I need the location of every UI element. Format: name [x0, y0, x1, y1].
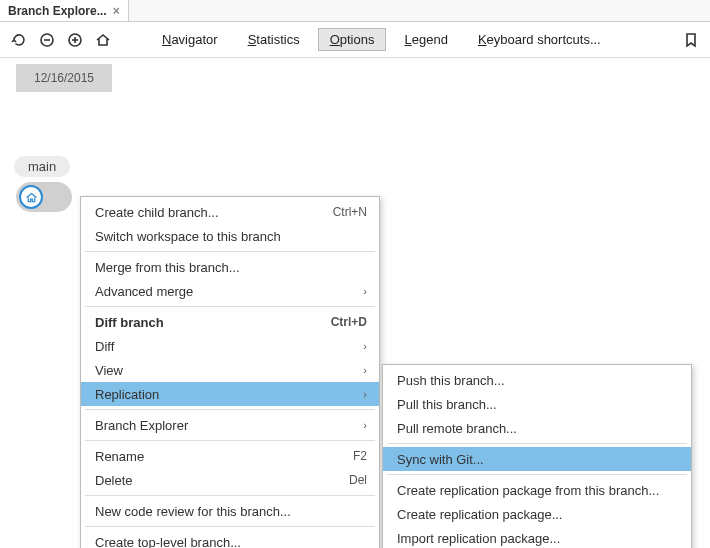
menu-label: Replication [95, 387, 159, 402]
menu-label: View [95, 363, 123, 378]
menu-label: Diff branch [95, 315, 164, 330]
menu-shortcut: Del [349, 473, 367, 487]
menu-separator [85, 440, 375, 441]
zoom-in-icon[interactable] [64, 29, 86, 51]
menu-label: Rename [95, 449, 144, 464]
menu-label: Create child branch... [95, 205, 219, 220]
menu-create-child-branch[interactable]: Create child branch... Ctrl+N [81, 200, 379, 224]
menu-diff[interactable]: Diff › [81, 334, 379, 358]
menu-new-code-review[interactable]: New code review for this branch... [81, 499, 379, 523]
menu-branch-explorer[interactable]: Branch Explorer › [81, 413, 379, 437]
menu-keyboard-shortcuts[interactable]: Keyboard shortcuts... [466, 28, 613, 51]
menu-label: New code review for this branch... [95, 504, 291, 519]
submenu-pull-remote-branch[interactable]: Pull remote branch... [383, 416, 691, 440]
menu-label: Advanced merge [95, 284, 193, 299]
branch-label[interactable]: main [14, 156, 70, 177]
submenu-create-replication-pkg-branch[interactable]: Create replication package from this bra… [383, 478, 691, 502]
bookmark-icon[interactable] [680, 29, 702, 51]
menu-legend[interactable]: Legend [392, 28, 459, 51]
menu-separator [387, 443, 687, 444]
submenu-push-branch[interactable]: Push this branch... [383, 368, 691, 392]
menu-label: Branch Explorer [95, 418, 188, 433]
menu-switch-workspace[interactable]: Switch workspace to this branch [81, 224, 379, 248]
menu-label: Create top-level branch... [95, 535, 241, 549]
menu-label: Pull this branch... [397, 397, 497, 412]
zoom-out-icon[interactable] [36, 29, 58, 51]
menu-label: Pull remote branch... [397, 421, 517, 436]
menu-statistics[interactable]: Statistics [236, 28, 312, 51]
close-icon[interactable]: × [113, 4, 120, 18]
menu-shortcut: F2 [353, 449, 367, 463]
menu-advanced-merge[interactable]: Advanced merge › [81, 279, 379, 303]
toolbar: Navigator Statistics Options Legend Keyb… [0, 22, 710, 58]
menu-separator [85, 409, 375, 410]
menu-label: Import replication package... [397, 531, 560, 546]
menu-label: Merge from this branch... [95, 260, 240, 275]
home-icon [25, 191, 38, 204]
menu-view[interactable]: View › [81, 358, 379, 382]
menu-separator [85, 306, 375, 307]
menu-separator [85, 495, 375, 496]
tab-title: Branch Explore... [8, 4, 107, 18]
context-menu-branch: Create child branch... Ctrl+N Switch wor… [80, 196, 380, 548]
menu-label: Delete [95, 473, 133, 488]
menu-separator [85, 526, 375, 527]
menu-label: Create replication package from this bra… [397, 483, 659, 498]
chevron-right-icon: › [363, 340, 367, 352]
chevron-right-icon: › [363, 419, 367, 431]
chevron-right-icon: › [363, 364, 367, 376]
menu-separator [85, 251, 375, 252]
menu-diff-branch[interactable]: Diff branch Ctrl+D [81, 310, 379, 334]
tab-branch-explorer[interactable]: Branch Explore... × [0, 0, 129, 21]
menu-options[interactable]: Options [318, 28, 387, 51]
menu-merge-from[interactable]: Merge from this branch... [81, 255, 379, 279]
menu-label: Diff [95, 339, 114, 354]
menu-label: Push this branch... [397, 373, 505, 388]
date-marker-label: 12/16/2015 [34, 71, 94, 85]
submenu-pull-branch[interactable]: Pull this branch... [383, 392, 691, 416]
menu-replication[interactable]: Replication › [81, 382, 379, 406]
menu-navigator[interactable]: Navigator [150, 28, 230, 51]
menu-rename[interactable]: Rename F2 [81, 444, 379, 468]
branch-node[interactable] [16, 182, 72, 212]
menu-label: Sync with Git... [397, 452, 484, 467]
branch-name: main [28, 159, 56, 174]
menu-label: Switch workspace to this branch [95, 229, 281, 244]
menu-shortcut: Ctrl+N [333, 205, 367, 219]
submenu-import-replication-pkg[interactable]: Import replication package... [383, 526, 691, 548]
menu-create-top-level-branch[interactable]: Create top-level branch... [81, 530, 379, 548]
date-marker: 12/16/2015 [16, 64, 112, 92]
menu-separator [387, 474, 687, 475]
menu-label: Create replication package... [397, 507, 562, 522]
refresh-icon[interactable] [8, 29, 30, 51]
branch-node-circle [19, 185, 43, 209]
menu-shortcut: Ctrl+D [331, 315, 367, 329]
chevron-right-icon: › [363, 285, 367, 297]
tab-bar: Branch Explore... × [0, 0, 710, 22]
home-icon[interactable] [92, 29, 114, 51]
submenu-sync-with-git[interactable]: Sync with Git... [383, 447, 691, 471]
submenu-create-replication-pkg[interactable]: Create replication package... [383, 502, 691, 526]
context-submenu-replication: Push this branch... Pull this branch... … [382, 364, 692, 548]
menu-delete[interactable]: Delete Del [81, 468, 379, 492]
chevron-right-icon: › [363, 388, 367, 400]
